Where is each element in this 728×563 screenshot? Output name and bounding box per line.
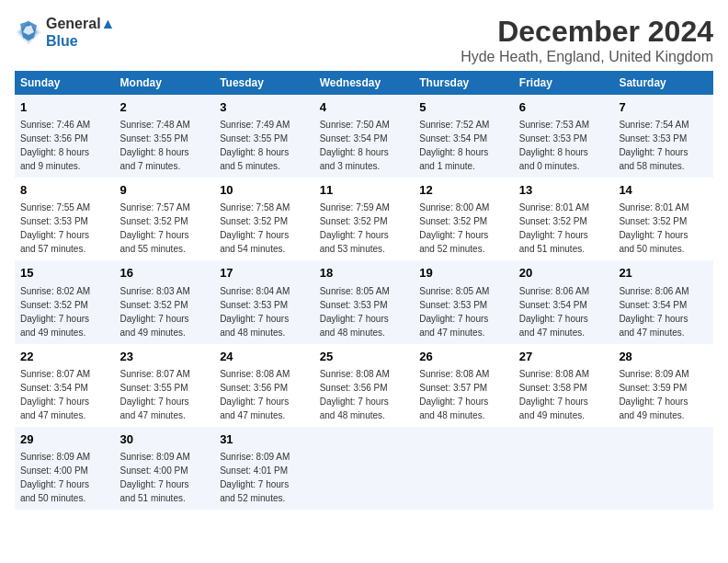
- day-number: 10: [220, 182, 309, 199]
- day-number: 13: [519, 182, 609, 199]
- calendar-week-row: 22Sunrise: 8:07 AM Sunset: 3:54 PM Dayli…: [15, 344, 713, 427]
- table-row: 7Sunrise: 7:54 AM Sunset: 3:53 PM Daylig…: [613, 95, 713, 178]
- table-row: 15Sunrise: 8:02 AM Sunset: 3:52 PM Dayli…: [15, 260, 115, 343]
- day-number: 27: [519, 349, 609, 365]
- day-number: 24: [220, 349, 309, 365]
- table-row: 19Sunrise: 8:05 AM Sunset: 3:53 PM Dayli…: [414, 260, 514, 343]
- table-row: 6Sunrise: 7:53 AM Sunset: 3:53 PM Daylig…: [514, 95, 614, 178]
- logo: General▲ Blue: [15, 15, 115, 50]
- table-row: 11Sunrise: 7:59 AM Sunset: 3:52 PM Dayli…: [314, 178, 415, 260]
- col-thursday: Thursday: [414, 71, 514, 95]
- day-info: Sunrise: 7:53 AM Sunset: 3:53 PM Dayligh…: [519, 120, 589, 171]
- table-row: 27Sunrise: 8:08 AM Sunset: 3:58 PM Dayli…: [514, 344, 614, 427]
- day-info: Sunrise: 7:59 AM Sunset: 3:52 PM Dayligh…: [320, 202, 390, 254]
- table-row: 1Sunrise: 7:46 AM Sunset: 3:56 PM Daylig…: [15, 95, 115, 178]
- day-number: 7: [619, 99, 708, 116]
- table-row: [514, 427, 614, 510]
- table-row: 29Sunrise: 8:09 AM Sunset: 4:00 PM Dayli…: [15, 427, 115, 510]
- day-info: Sunrise: 8:09 AM Sunset: 4:01 PM Dayligh…: [220, 452, 290, 503]
- table-row: 14Sunrise: 8:01 AM Sunset: 3:52 PM Dayli…: [613, 178, 713, 260]
- col-sunday: Sunday: [15, 71, 115, 95]
- day-info: Sunrise: 7:57 AM Sunset: 3:52 PM Dayligh…: [120, 202, 190, 254]
- day-info: Sunrise: 8:09 AM Sunset: 4:00 PM Dayligh…: [120, 452, 190, 503]
- day-info: Sunrise: 8:08 AM Sunset: 3:58 PM Dayligh…: [519, 369, 589, 420]
- day-number: 6: [519, 99, 609, 116]
- table-row: 3Sunrise: 7:49 AM Sunset: 3:55 PM Daylig…: [214, 95, 314, 178]
- table-row: 21Sunrise: 8:06 AM Sunset: 3:54 PM Dayli…: [613, 260, 713, 343]
- title-block: December 2024 Hyde Heath, England, Unite…: [461, 15, 713, 65]
- day-info: Sunrise: 8:04 AM Sunset: 3:53 PM Dayligh…: [220, 286, 290, 338]
- table-row: 13Sunrise: 8:01 AM Sunset: 3:52 PM Dayli…: [514, 178, 614, 260]
- table-row: [613, 427, 713, 510]
- table-row: 5Sunrise: 7:52 AM Sunset: 3:54 PM Daylig…: [414, 95, 514, 178]
- day-info: Sunrise: 8:08 AM Sunset: 3:56 PM Dayligh…: [320, 369, 390, 420]
- day-info: Sunrise: 8:08 AM Sunset: 3:57 PM Dayligh…: [419, 369, 489, 420]
- table-row: 12Sunrise: 8:00 AM Sunset: 3:52 PM Dayli…: [414, 178, 514, 260]
- day-number: 30: [120, 431, 210, 448]
- day-number: 4: [320, 99, 409, 116]
- day-number: 15: [20, 265, 109, 282]
- table-row: 23Sunrise: 8:07 AM Sunset: 3:55 PM Dayli…: [115, 344, 215, 427]
- day-number: 20: [519, 265, 609, 282]
- table-row: 4Sunrise: 7:50 AM Sunset: 3:54 PM Daylig…: [314, 95, 415, 178]
- table-row: [314, 427, 415, 510]
- day-info: Sunrise: 7:52 AM Sunset: 3:54 PM Dayligh…: [419, 120, 489, 171]
- day-info: Sunrise: 7:50 AM Sunset: 3:54 PM Dayligh…: [320, 120, 390, 171]
- table-row: 2Sunrise: 7:48 AM Sunset: 3:55 PM Daylig…: [115, 95, 215, 178]
- table-row: 22Sunrise: 8:07 AM Sunset: 3:54 PM Dayli…: [15, 344, 115, 427]
- calendar-week-row: 8Sunrise: 7:55 AM Sunset: 3:53 PM Daylig…: [15, 178, 713, 260]
- day-info: Sunrise: 8:00 AM Sunset: 3:52 PM Dayligh…: [419, 202, 489, 254]
- table-row: 17Sunrise: 8:04 AM Sunset: 3:53 PM Dayli…: [214, 260, 314, 343]
- day-info: Sunrise: 8:01 AM Sunset: 3:52 PM Dayligh…: [519, 202, 589, 254]
- day-info: Sunrise: 7:46 AM Sunset: 3:56 PM Dayligh…: [20, 120, 90, 171]
- table-row: 9Sunrise: 7:57 AM Sunset: 3:52 PM Daylig…: [115, 178, 215, 260]
- col-wednesday: Wednesday: [314, 71, 415, 95]
- day-info: Sunrise: 7:55 AM Sunset: 3:53 PM Dayligh…: [20, 202, 90, 254]
- day-info: Sunrise: 8:09 AM Sunset: 3:59 PM Dayligh…: [619, 369, 688, 420]
- table-row: 8Sunrise: 7:55 AM Sunset: 3:53 PM Daylig…: [15, 178, 115, 260]
- col-tuesday: Tuesday: [214, 71, 314, 95]
- day-number: 5: [419, 99, 508, 116]
- day-info: Sunrise: 8:07 AM Sunset: 3:55 PM Dayligh…: [120, 369, 190, 420]
- table-row: 30Sunrise: 8:09 AM Sunset: 4:00 PM Dayli…: [115, 427, 215, 510]
- day-info: Sunrise: 8:05 AM Sunset: 3:53 PM Dayligh…: [320, 286, 390, 338]
- table-row: 10Sunrise: 7:58 AM Sunset: 3:52 PM Dayli…: [214, 178, 314, 260]
- day-number: 23: [120, 349, 210, 365]
- day-number: 31: [220, 431, 309, 448]
- day-number: 19: [419, 265, 508, 282]
- day-number: 3: [220, 99, 309, 116]
- logo-text: General▲ Blue: [46, 15, 115, 50]
- day-number: 25: [320, 349, 409, 365]
- logo-icon: [15, 18, 42, 46]
- day-info: Sunrise: 8:05 AM Sunset: 3:53 PM Dayligh…: [419, 286, 489, 338]
- day-info: Sunrise: 8:08 AM Sunset: 3:56 PM Dayligh…: [220, 369, 290, 420]
- day-info: Sunrise: 7:49 AM Sunset: 3:55 PM Dayligh…: [220, 120, 290, 171]
- day-number: 2: [120, 99, 210, 116]
- day-number: 14: [619, 182, 708, 199]
- day-number: 17: [220, 265, 309, 282]
- calendar-week-row: 15Sunrise: 8:02 AM Sunset: 3:52 PM Dayli…: [15, 260, 713, 343]
- table-row: 28Sunrise: 8:09 AM Sunset: 3:59 PM Dayli…: [613, 344, 713, 427]
- day-info: Sunrise: 8:01 AM Sunset: 3:52 PM Dayligh…: [619, 202, 688, 254]
- day-number: 11: [320, 182, 409, 199]
- page-subtitle: Hyde Heath, England, United Kingdom: [461, 49, 713, 65]
- day-number: 8: [20, 182, 109, 199]
- day-number: 9: [120, 182, 210, 199]
- table-row: 16Sunrise: 8:03 AM Sunset: 3:52 PM Dayli…: [115, 260, 215, 343]
- table-row: [414, 427, 514, 510]
- day-info: Sunrise: 8:03 AM Sunset: 3:52 PM Dayligh…: [120, 286, 190, 338]
- table-row: 20Sunrise: 8:06 AM Sunset: 3:54 PM Dayli…: [514, 260, 614, 343]
- calendar-table: Sunday Monday Tuesday Wednesday Thursday…: [15, 71, 713, 510]
- table-row: 26Sunrise: 8:08 AM Sunset: 3:57 PM Dayli…: [414, 344, 514, 427]
- page-header: General▲ Blue December 2024 Hyde Heath, …: [15, 15, 713, 65]
- day-number: 1: [20, 99, 109, 116]
- calendar-week-row: 29Sunrise: 8:09 AM Sunset: 4:00 PM Dayli…: [15, 427, 713, 510]
- day-number: 18: [320, 265, 409, 282]
- page-title: December 2024: [461, 15, 713, 49]
- day-number: 22: [20, 349, 109, 365]
- col-friday: Friday: [514, 71, 614, 95]
- day-info: Sunrise: 8:06 AM Sunset: 3:54 PM Dayligh…: [519, 286, 589, 338]
- table-row: 24Sunrise: 8:08 AM Sunset: 3:56 PM Dayli…: [214, 344, 314, 427]
- col-saturday: Saturday: [613, 71, 713, 95]
- day-number: 21: [619, 265, 708, 282]
